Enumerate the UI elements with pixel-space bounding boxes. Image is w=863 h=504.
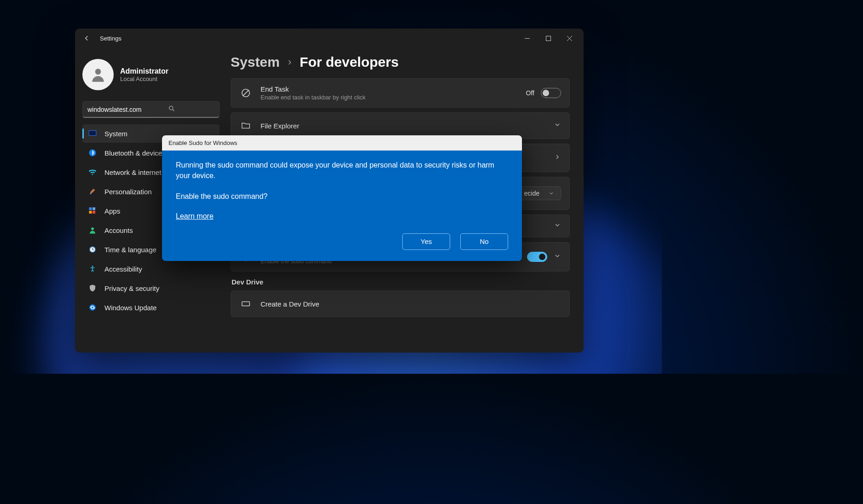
person-icon: [88, 226, 97, 235]
sidebar-item-label: Personalization: [104, 188, 152, 196]
update-icon: [88, 303, 97, 312]
dialog-title: Enable Sudo for Windows: [162, 135, 522, 151]
prohibit-icon: [239, 87, 252, 99]
section-header-dev-drive: Dev Drive: [232, 278, 570, 286]
dialog-body-text: Running the sudo command could expose yo…: [176, 160, 508, 181]
maximize-button[interactable]: [538, 30, 559, 46]
sidebar-item-label: Windows Update: [104, 304, 156, 312]
toggle-label: Off: [526, 89, 534, 97]
svg-rect-0: [525, 38, 530, 39]
svg-point-3: [169, 106, 173, 110]
learn-more-link[interactable]: Learn more: [176, 212, 214, 220]
sidebar-item-accessibility[interactable]: Accessibility: [82, 260, 220, 278]
chevron-down-icon[interactable]: [554, 221, 561, 231]
sudo-toggle[interactable]: [527, 252, 547, 262]
sidebar-item-label: Bluetooth & devices: [104, 149, 166, 157]
svg-rect-8: [93, 208, 95, 210]
shield-icon: [88, 284, 97, 293]
bluetooth-icon: [88, 148, 97, 157]
chevron-right-icon[interactable]: [554, 153, 561, 162]
yes-button[interactable]: Yes: [402, 233, 450, 250]
search-field[interactable]: [87, 106, 168, 113]
sidebar-item-update[interactable]: Windows Update: [82, 298, 220, 317]
svg-rect-10: [93, 211, 95, 214]
sudo-dialog: Enable Sudo for Windows Running the sudo…: [162, 135, 522, 261]
sidebar-item-label: Accessibility: [104, 265, 142, 273]
user-sub: Local Account: [120, 75, 168, 82]
card-title: End Task: [261, 85, 518, 93]
card-create-dev-drive[interactable]: Create a Dev Drive: [231, 290, 570, 317]
avatar: [82, 59, 114, 90]
clock-icon: [88, 245, 97, 254]
sidebar-item-label: Apps: [104, 207, 120, 215]
svg-rect-1: [546, 36, 550, 41]
card-title: Create a Dev Drive: [261, 300, 561, 308]
svg-rect-7: [89, 208, 92, 210]
sidebar-item-label: Time & language: [104, 246, 156, 254]
no-button[interactable]: No: [460, 233, 508, 250]
back-button[interactable]: [79, 30, 94, 46]
end-task-toggle[interactable]: [541, 88, 561, 98]
accessibility-icon: [88, 264, 97, 273]
minimize-button[interactable]: [516, 30, 538, 46]
chevron-down-icon[interactable]: [554, 121, 561, 130]
sidebar-item-label: System: [104, 130, 127, 138]
search-icon[interactable]: [168, 105, 175, 114]
svg-rect-17: [242, 301, 250, 306]
svg-rect-5: [89, 131, 96, 135]
breadcrumb: System › For developers: [231, 54, 570, 70]
card-end-task[interactable]: End Task Enable end task in taskbar by r…: [231, 78, 570, 108]
system-icon: [88, 129, 97, 138]
close-button[interactable]: [559, 30, 580, 46]
breadcrumb-current: For developers: [300, 54, 399, 70]
sidebar-item-label: Privacy & security: [104, 284, 159, 292]
breadcrumb-parent[interactable]: System: [231, 54, 280, 70]
folder-icon: [239, 119, 252, 132]
card-title: File Explorer: [261, 122, 545, 130]
chevron-right-icon: ›: [288, 56, 291, 68]
chevron-down-icon[interactable]: [554, 252, 561, 261]
apps-icon: [88, 206, 97, 215]
window-title: Settings: [100, 35, 122, 42]
svg-rect-9: [89, 211, 92, 214]
dialog-question: Enable the sudo command?: [176, 191, 508, 202]
sidebar-item-label: Accounts: [104, 226, 133, 234]
search-input[interactable]: [82, 101, 220, 118]
wifi-icon: [88, 168, 97, 177]
sidebar-item-label: Network & internet: [104, 168, 161, 176]
terminal-dropdown[interactable]: ecide: [517, 186, 561, 200]
svg-point-14: [92, 266, 93, 267]
svg-point-2: [95, 69, 101, 75]
drive-icon: [239, 297, 252, 310]
user-name: Administrator: [120, 67, 168, 75]
user-block[interactable]: Administrator Local Account: [82, 52, 220, 101]
sidebar-item-privacy[interactable]: Privacy & security: [82, 279, 220, 297]
brush-icon: [88, 187, 97, 196]
card-sub: Enable end task in taskbar by right clic…: [261, 94, 518, 101]
svg-point-11: [91, 227, 94, 230]
titlebar: Settings: [75, 29, 584, 48]
